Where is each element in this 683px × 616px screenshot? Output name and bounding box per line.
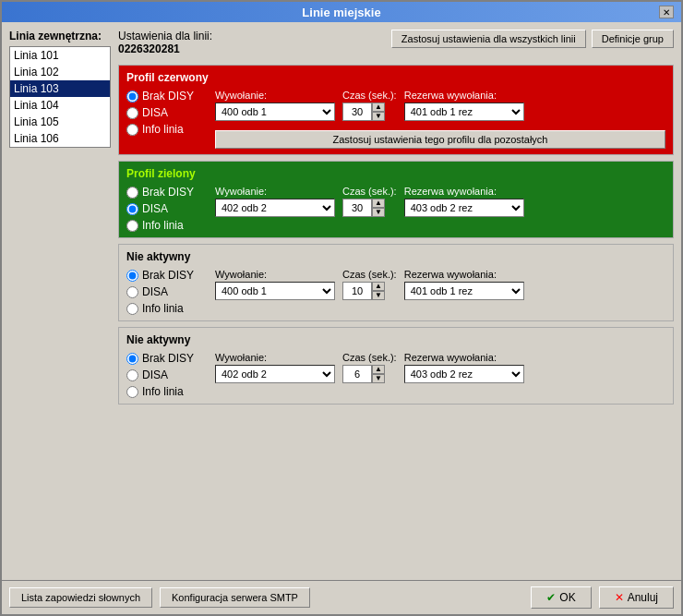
- inactive2-profile-title: Nie aktywny: [126, 333, 665, 346]
- close-button[interactable]: ✕: [659, 6, 674, 18]
- green-rezerwa-select[interactable]: 403 odb 2 rez 401 odb 1 rez 402 odb 2: [404, 199, 524, 217]
- red-apply-row: Zastosuj ustawienia tego profilu dla poz…: [215, 130, 665, 149]
- red-radio-group: Brak DISY DISA Info linia: [126, 90, 210, 149]
- red-fields: Wywołanie: 400 odb 1 401 odb 1 rez 402 o…: [215, 90, 665, 149]
- inactive2-wywolanie-label: Wywołanie:: [215, 352, 335, 363]
- green-czas-up[interactable]: ▲: [372, 199, 385, 208]
- red-profile-title: Profil czerwony: [126, 71, 665, 84]
- green-czas-down[interactable]: ▼: [372, 208, 385, 217]
- line-item-103[interactable]: Linia 103: [10, 80, 110, 97]
- green-wywolanie-select[interactable]: 402 odb 2 400 odb 1 401 odb 1 rez: [215, 199, 335, 217]
- green-radio-group: Brak DISY DISA Info linia: [126, 186, 210, 232]
- inactive1-rezerwa-group: Rezerwa wywołania: 401 odb 1 rez 402 odb…: [404, 269, 524, 300]
- title-bar: Linie miejskie ✕: [2, 2, 681, 22]
- konfiguracja-button[interactable]: Konfiguracja serwera SMTP: [160, 587, 310, 608]
- green-radio-brak-disy[interactable]: Brak DISY: [126, 186, 210, 199]
- cancel-label: Anuluj: [628, 591, 658, 604]
- line-item-105[interactable]: Linia 105: [10, 114, 110, 130]
- inactive2-czas-spinner-btns: ▲ ▼: [372, 365, 385, 383]
- inactive1-radio-info[interactable]: Info linia: [126, 302, 210, 315]
- inactive2-czas-input[interactable]: [342, 365, 372, 383]
- green-radio-disa[interactable]: DISA: [126, 202, 210, 215]
- green-wywolanie-label: Wywołanie:: [215, 186, 335, 197]
- inactive2-radio-group: Brak DISY DISA Info linia: [126, 352, 210, 398]
- line-info: Ustawienia dla linii: 0226320281: [118, 30, 212, 55]
- red-czas-input[interactable]: [342, 103, 372, 121]
- red-czas-spinner: ▲ ▼: [342, 103, 397, 121]
- red-wywolanie-group: Wywołanie: 400 odb 1 401 odb 1 rez 402 o…: [215, 90, 335, 121]
- green-rezerwa-group: Rezerwa wywołania: 403 odb 2 rez 401 odb…: [404, 186, 524, 217]
- line-item-104[interactable]: Linia 104: [10, 97, 110, 114]
- inactive1-profile-title: Nie aktywny: [126, 250, 665, 263]
- inactive2-fields-row: Wywołanie: 402 odb 2 400 odb 1 401 odb 1…: [215, 352, 665, 383]
- inactive1-czas-up[interactable]: ▲: [372, 282, 385, 291]
- apply-all-button[interactable]: Zastosuj ustawienia dla wszystkich linii: [391, 30, 586, 48]
- red-rezerwa-select[interactable]: 401 odb 1 rez 402 odb 2 403 odb 2 rez: [404, 103, 524, 121]
- main-window: Linie miejskie ✕ Linia zewnętrzna: Linia…: [0, 0, 683, 616]
- red-profile-body: Brak DISY DISA Info linia Wywołanie:: [126, 90, 665, 149]
- inactive1-czas-label: Czas (sek.):: [342, 269, 397, 280]
- inactive2-wywolanie-select[interactable]: 402 odb 2 400 odb 1 401 odb 1 rez: [215, 365, 335, 383]
- green-rezerwa-label: Rezerwa wywołania:: [404, 186, 524, 197]
- bottom-left-buttons: Lista zapowiedzi słownych Konfiguracja s…: [9, 587, 310, 608]
- inactive1-czas-down[interactable]: ▼: [372, 291, 385, 300]
- inactive2-radio-disa[interactable]: DISA: [126, 368, 210, 381]
- inactive2-czas-group: Czas (sek.): ▲ ▼: [342, 352, 397, 383]
- green-profile: Profil zielony Brak DISY DISA Info linia: [118, 161, 674, 238]
- line-list-label: Linia zewnętrzna:: [9, 30, 111, 42]
- red-radio-info[interactable]: Info linia: [126, 123, 210, 136]
- red-fields-row: Wywołanie: 400 odb 1 401 odb 1 rez 402 o…: [215, 90, 665, 121]
- red-apply-button[interactable]: Zastosuj ustawienia tego profilu dla poz…: [215, 130, 665, 149]
- green-czas-spinner-btns: ▲ ▼: [372, 199, 385, 217]
- green-profile-body: Brak DISY DISA Info linia Wywołanie:: [126, 186, 665, 232]
- inactive2-czas-down[interactable]: ▼: [372, 374, 385, 383]
- inactive1-radio-disa[interactable]: DISA: [126, 285, 210, 298]
- window-title: Linie miejskie: [24, 6, 659, 19]
- green-radio-info[interactable]: Info linia: [126, 219, 210, 232]
- green-fields: Wywołanie: 402 odb 2 400 odb 1 401 odb 1…: [215, 186, 665, 232]
- lista-button[interactable]: Lista zapowiedzi słownych: [9, 587, 152, 608]
- inactive2-czas-up[interactable]: ▲: [372, 365, 385, 374]
- inactive1-wywolanie-label: Wywołanie:: [215, 269, 335, 280]
- cancel-button[interactable]: ✕ Anuluj: [599, 586, 674, 609]
- inactive1-czas-group: Czas (sek.): ▲ ▼: [342, 269, 397, 300]
- line-item-106[interactable]: Linia 106: [10, 130, 110, 147]
- left-panel: Linia zewnętrzna: Linia 101 Linia 102 Li…: [9, 30, 111, 573]
- inactive1-radio-brak-disy[interactable]: Brak DISY: [126, 269, 210, 282]
- green-czas-group: Czas (sek.): ▲ ▼: [342, 186, 397, 217]
- inactive1-fields: Wywołanie: 400 odb 1 401 odb 1 rez 402 o…: [215, 269, 665, 315]
- inactive1-wywolanie-select[interactable]: 400 odb 1 401 odb 1 rez 402 odb 2: [215, 282, 335, 300]
- line-item-102[interactable]: Linia 102: [10, 64, 110, 80]
- inactive2-rezerwa-group: Rezerwa wywołania: 403 odb 2 rez 401 odb…: [404, 352, 524, 383]
- inactive1-czas-input[interactable]: [342, 282, 372, 300]
- inactive2-radio-info[interactable]: Info linia: [126, 385, 210, 398]
- inactive1-czas-spinner: ▲ ▼: [342, 282, 397, 300]
- red-wywolanie-select[interactable]: 400 odb 1 401 odb 1 rez 402 odb 2: [215, 103, 335, 121]
- inactive1-rezerwa-label: Rezerwa wywołania:: [404, 269, 524, 280]
- inactive2-radio-brak-disy[interactable]: Brak DISY: [126, 352, 210, 365]
- bottom-bar: Lista zapowiedzi słownych Konfiguracja s…: [2, 580, 681, 614]
- inactive1-profile-body: Brak DISY DISA Info linia Wywołanie:: [126, 269, 665, 315]
- inactive2-fields: Wywołanie: 402 odb 2 400 odb 1 401 odb 1…: [215, 352, 665, 398]
- inactive1-rezerwa-select[interactable]: 401 odb 1 rez 402 odb 2: [404, 282, 524, 300]
- green-fields-row: Wywołanie: 402 odb 2 400 odb 1 401 odb 1…: [215, 186, 665, 217]
- inactive1-wywolanie-group: Wywołanie: 400 odb 1 401 odb 1 rez 402 o…: [215, 269, 335, 300]
- red-czas-down[interactable]: ▼: [372, 112, 385, 121]
- green-czas-input[interactable]: [342, 199, 372, 217]
- red-rezerwa-label: Rezerwa wywołania:: [404, 90, 524, 101]
- inactive1-fields-row: Wywołanie: 400 odb 1 401 odb 1 rez 402 o…: [215, 269, 665, 300]
- red-czas-up[interactable]: ▲: [372, 103, 385, 112]
- green-czas-label: Czas (sek.):: [342, 186, 397, 197]
- groups-button[interactable]: Definicje grup: [592, 30, 674, 48]
- red-radio-disa[interactable]: DISA: [126, 106, 210, 119]
- red-czas-label: Czas (sek.):: [342, 90, 397, 101]
- inactive1-profile: Nie aktywny Brak DISY DISA Info linia: [118, 244, 674, 321]
- ok-button[interactable]: ✔ OK: [531, 586, 591, 609]
- red-radio-brak-disy[interactable]: Brak DISY: [126, 90, 210, 103]
- green-czas-spinner: ▲ ▼: [342, 199, 397, 217]
- red-wywolanie-label: Wywołanie:: [215, 90, 335, 101]
- line-item-101[interactable]: Linia 101: [10, 47, 110, 64]
- right-panel: Ustawienia dla linii: 0226320281 Zastosu…: [118, 30, 674, 573]
- red-czas-spinner-btns: ▲ ▼: [372, 103, 385, 121]
- inactive2-rezerwa-select[interactable]: 403 odb 2 rez 401 odb 1 rez: [404, 365, 524, 383]
